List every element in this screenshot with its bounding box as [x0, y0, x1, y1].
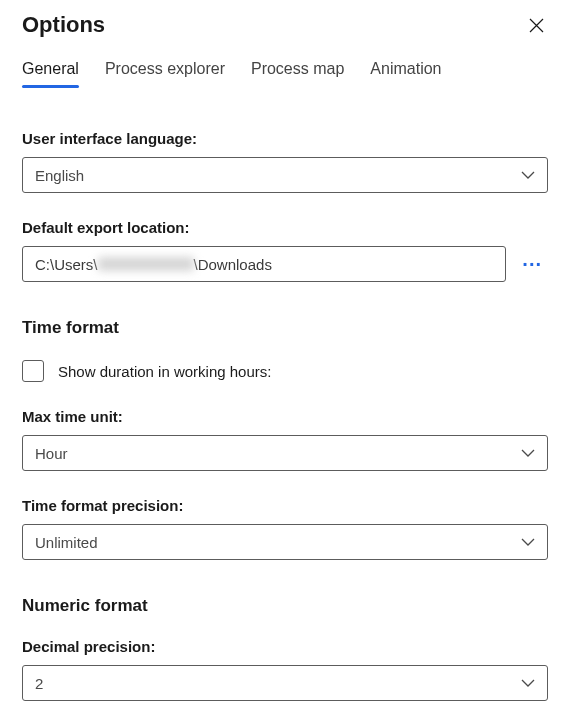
tab-process-map[interactable]: Process map: [251, 60, 344, 86]
chevron-down-icon: [521, 679, 535, 687]
chevron-down-icon: [521, 449, 535, 457]
dialog-header: Options: [22, 12, 548, 38]
more-horizontal-icon: ···: [522, 253, 542, 275]
working-hours-label: Show duration in working hours:: [58, 363, 271, 380]
time-format-precision-field: Time format precision: Unlimited: [22, 497, 548, 560]
working-hours-checkbox[interactable]: [22, 360, 44, 382]
export-location-field: Default export location: C:\Users\\Downl…: [22, 219, 548, 282]
max-time-unit-label: Max time unit:: [22, 408, 548, 425]
tab-bar: General Process explorer Process map Ani…: [22, 60, 548, 86]
decimal-precision-field: Decimal precision: 2: [22, 638, 548, 701]
numeric-format-section-title: Numeric format: [22, 596, 548, 616]
decimal-precision-label: Decimal precision:: [22, 638, 548, 655]
max-time-unit-dropdown[interactable]: Hour: [22, 435, 548, 471]
close-button[interactable]: [524, 13, 548, 37]
language-value: English: [35, 167, 84, 184]
max-time-unit-value: Hour: [35, 445, 68, 462]
time-format-section-title: Time format: [22, 318, 548, 338]
decimal-precision-dropdown[interactable]: 2: [22, 665, 548, 701]
tab-general[interactable]: General: [22, 60, 79, 86]
export-path-redacted: [98, 257, 194, 271]
browse-button[interactable]: ···: [516, 253, 548, 276]
tab-process-explorer[interactable]: Process explorer: [105, 60, 225, 86]
decimal-precision-value: 2: [35, 675, 43, 692]
export-path-prefix: C:\Users\: [35, 256, 98, 273]
export-location-label: Default export location:: [22, 219, 548, 236]
close-icon: [529, 18, 544, 33]
chevron-down-icon: [521, 171, 535, 179]
max-time-unit-field: Max time unit: Hour: [22, 408, 548, 471]
working-hours-row: Show duration in working hours:: [22, 360, 548, 382]
export-path-suffix: \Downloads: [194, 256, 272, 273]
time-format-precision-dropdown[interactable]: Unlimited: [22, 524, 548, 560]
dialog-title: Options: [22, 12, 105, 38]
language-dropdown[interactable]: English: [22, 157, 548, 193]
language-label: User interface language:: [22, 130, 548, 147]
export-location-input[interactable]: C:\Users\\Downloads: [22, 246, 506, 282]
time-format-precision-label: Time format precision:: [22, 497, 548, 514]
chevron-down-icon: [521, 538, 535, 546]
tab-animation[interactable]: Animation: [370, 60, 441, 86]
time-format-precision-value: Unlimited: [35, 534, 98, 551]
language-field: User interface language: English: [22, 130, 548, 193]
